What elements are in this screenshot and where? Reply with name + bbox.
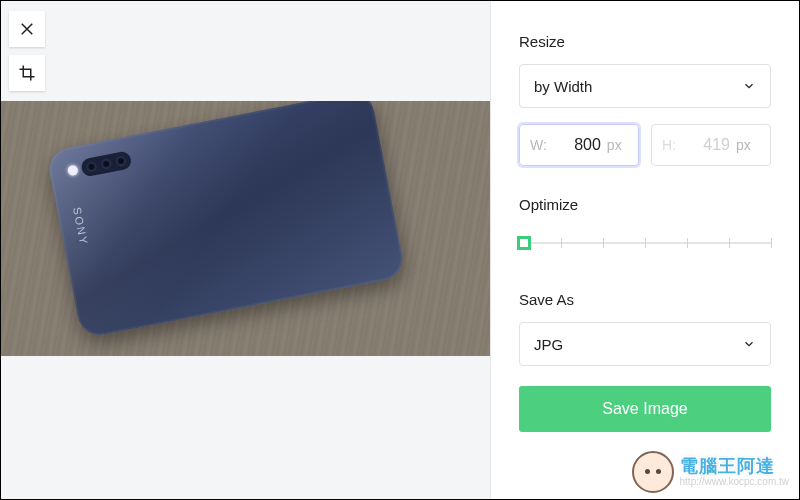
watermark-title: 電腦王阿達 bbox=[680, 457, 789, 477]
format-select[interactable]: JPG bbox=[519, 322, 771, 366]
app-root: SONY Resize by Width W: px H: px Optimiz… bbox=[1, 1, 799, 499]
preview-panel: SONY bbox=[1, 1, 491, 499]
save-image-button[interactable]: Save Image bbox=[519, 386, 771, 432]
settings-panel: Resize by Width W: px H: px Optimize bbox=[491, 1, 799, 499]
watermark-avatar-icon bbox=[632, 451, 674, 493]
slider-thumb[interactable] bbox=[517, 236, 531, 250]
image-area: SONY bbox=[1, 101, 490, 499]
dimensions-row: W: px H: px bbox=[519, 124, 771, 166]
tool-toolbar bbox=[1, 1, 490, 101]
width-unit: px bbox=[607, 137, 622, 153]
height-label: H: bbox=[662, 137, 676, 153]
chevron-down-icon bbox=[742, 337, 756, 351]
height-field: H: px bbox=[651, 124, 771, 166]
height-unit: px bbox=[736, 137, 751, 153]
width-field[interactable]: W: px bbox=[519, 124, 639, 166]
preview-brand-text: SONY bbox=[71, 206, 90, 247]
resize-mode-select[interactable]: by Width bbox=[519, 64, 771, 108]
close-icon bbox=[18, 20, 36, 38]
image-preview[interactable]: SONY bbox=[1, 101, 490, 356]
resize-label: Resize bbox=[519, 33, 771, 50]
width-input[interactable] bbox=[553, 136, 601, 154]
crop-icon bbox=[18, 64, 36, 82]
format-value: JPG bbox=[534, 336, 563, 353]
saveas-label: Save As bbox=[519, 291, 771, 308]
optimize-label: Optimize bbox=[519, 196, 771, 213]
close-button[interactable] bbox=[9, 11, 45, 47]
width-label: W: bbox=[530, 137, 547, 153]
resize-mode-value: by Width bbox=[534, 78, 592, 95]
optimize-slider[interactable] bbox=[519, 229, 771, 257]
watermark-url: http://www.kocpc.com.tw bbox=[680, 476, 789, 487]
watermark: 電腦王阿達 http://www.kocpc.com.tw bbox=[632, 451, 789, 493]
crop-button[interactable] bbox=[9, 55, 45, 91]
chevron-down-icon bbox=[742, 79, 756, 93]
height-input bbox=[682, 136, 730, 154]
